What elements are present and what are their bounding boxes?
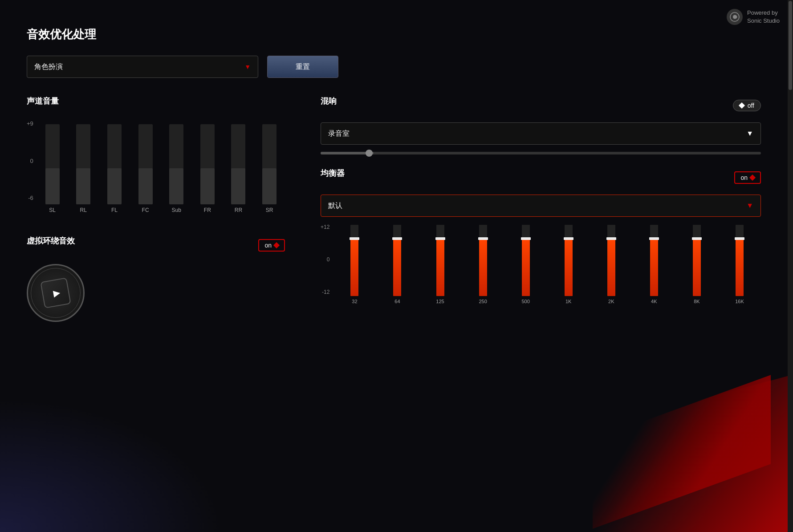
eq-fader-32-thumb[interactable] (350, 237, 359, 240)
eq-fader-500-thumb[interactable] (521, 237, 531, 240)
eq-fader-250-thumb[interactable] (478, 237, 488, 240)
eq-fader-4k[interactable]: 4K (633, 225, 675, 304)
eq-fader-500-label: 500 (521, 299, 529, 304)
page-title: 音效优化处理 (27, 27, 761, 42)
eq-fader-125-track[interactable] (436, 225, 444, 296)
eq-dropdown[interactable]: 默认 ▼ (321, 195, 761, 217)
eq-fader-16k[interactable]: 16K (718, 225, 761, 304)
reverb-slider-track[interactable] (321, 152, 761, 154)
fader-scale: +9 0 -6 (27, 121, 37, 201)
eq-toggle-diamond (749, 175, 756, 181)
fader-fc[interactable]: FC (130, 124, 161, 213)
fader-fc-label: FC (142, 207, 149, 213)
eq-fader-16k-track[interactable] (736, 225, 744, 296)
fader-rl-track[interactable] (76, 124, 90, 204)
fader-rr[interactable]: RR (223, 124, 254, 213)
eq-toggle[interactable]: on (734, 171, 761, 184)
eq-fader-1k-track[interactable] (565, 225, 573, 296)
reverb-toggle-label: off (748, 102, 754, 109)
scrollbar[interactable] (788, 0, 793, 532)
eq-fader-4k-thumb[interactable] (649, 237, 659, 240)
fader-fl-label: FL (111, 207, 118, 213)
reset-button[interactable]: 重置 (267, 56, 338, 78)
preset-dropdown-arrow: ▼ (244, 63, 251, 70)
fader-fr[interactable]: FR (192, 124, 223, 213)
eq-fader-2k-thumb[interactable] (606, 237, 616, 240)
virtual-surround-toggle-label: on (264, 242, 272, 249)
fader-sr-track[interactable] (262, 124, 277, 204)
eq-fader-2k[interactable]: 2K (590, 225, 633, 304)
eq-fader-16k-fill (736, 239, 744, 296)
eq-fader-500-fill (522, 239, 530, 296)
fader-sr[interactable]: SR (254, 124, 285, 213)
virtual-surround-toggle[interactable]: on (258, 239, 285, 252)
eq-fader-16k-thumb[interactable] (735, 237, 744, 240)
eq-fader-500[interactable]: 500 (504, 225, 547, 304)
fader-fc-fill (138, 168, 153, 204)
fader-fl-fill (107, 168, 122, 204)
reverb-selected-label: 录音室 (328, 129, 350, 138)
reverb-dropdown-arrow: ▼ (746, 130, 753, 138)
right-column: 混响 off 录音室 ▼ 均衡器 (321, 96, 761, 322)
eq-scale-bot: -12 (321, 289, 329, 295)
eq-fader-8k-track[interactable] (693, 225, 701, 296)
preset-row: 角色扮演 ▼ 重置 (27, 56, 761, 78)
eq-fader-250[interactable]: 250 (462, 225, 504, 304)
eq-fader-32-fill (350, 239, 358, 296)
eq-fader-2k-track[interactable] (607, 225, 615, 296)
fader-rl-fill (76, 168, 90, 204)
eq-fader-64-label: 64 (394, 299, 400, 304)
eq-selected-label: 默认 (328, 201, 342, 211)
fader-fr-fill (200, 168, 215, 204)
fader-fl[interactable]: FL (99, 124, 130, 213)
eq-toggle-label: on (740, 174, 748, 181)
surround-display: ▶ (27, 264, 285, 322)
scale-bot: -6 (27, 195, 33, 201)
fader-rr-track[interactable] (231, 124, 245, 204)
virtual-surround-title: 虚拟环绕音效 (27, 236, 75, 246)
eq-fader-1k-thumb[interactable] (564, 237, 573, 240)
scrollbar-thumb[interactable] (789, 1, 792, 90)
fader-sl[interactable]: SL (37, 124, 68, 213)
eq-fader-64[interactable]: 64 (376, 225, 419, 304)
left-column: 声道音量 +9 0 -6 SL (27, 96, 285, 322)
eq-fader-32-track[interactable] (350, 225, 358, 296)
reverb-dropdown[interactable]: 录音室 ▼ (321, 122, 761, 145)
fader-fc-track[interactable] (138, 124, 153, 204)
fader-sub-track[interactable] (169, 124, 183, 204)
fader-sub[interactable]: Sub (161, 124, 192, 213)
reverb-section: 混响 off 录音室 ▼ (321, 96, 761, 154)
eq-fader-2k-fill (607, 239, 615, 296)
eq-scale: +12 0 -12 (321, 224, 333, 295)
fader-fr-track[interactable] (200, 124, 215, 204)
reverb-slider-thumb[interactable] (366, 150, 373, 157)
fader-sl-track[interactable] (45, 124, 60, 204)
eq-fader-64-thumb[interactable] (392, 237, 402, 240)
eq-fader-250-track[interactable] (479, 225, 487, 296)
eq-fader-125[interactable]: 125 (419, 225, 461, 304)
eq-fader-4k-track[interactable] (650, 225, 658, 296)
eq-header: 均衡器 on (321, 168, 761, 187)
eq-fader-4k-label: 4K (651, 299, 657, 304)
eq-fader-500-track[interactable] (522, 225, 530, 296)
eq-fader-32[interactable]: 32 (333, 225, 376, 304)
eq-fader-125-thumb[interactable] (435, 237, 445, 240)
eq-fader-2k-label: 2K (608, 299, 614, 304)
eq-fader-8k-thumb[interactable] (692, 237, 702, 240)
virtual-surround-header: 虚拟环绕音效 on (27, 236, 285, 255)
fader-sl-fill (45, 168, 60, 204)
eq-fader-1k[interactable]: 1K (547, 225, 590, 304)
fader-sr-fill (262, 168, 277, 204)
eq-fader-1k-label: 1K (565, 299, 571, 304)
preset-dropdown[interactable]: 角色扮演 ▼ (27, 56, 258, 78)
eq-title: 均衡器 (321, 168, 345, 179)
eq-fader-64-track[interactable] (393, 225, 401, 296)
reverb-toggle[interactable]: off (733, 100, 761, 111)
fader-rl[interactable]: RL (68, 124, 99, 213)
scale-mid: 0 (27, 158, 33, 164)
eq-fader-8k-label: 8K (694, 299, 699, 304)
fader-fl-track[interactable] (107, 124, 122, 204)
eq-faders-container: +12 0 -12 32 (321, 224, 761, 304)
eq-fader-8k[interactable]: 8K (675, 225, 718, 304)
faders-container: +9 0 -6 SL RL (27, 115, 285, 213)
